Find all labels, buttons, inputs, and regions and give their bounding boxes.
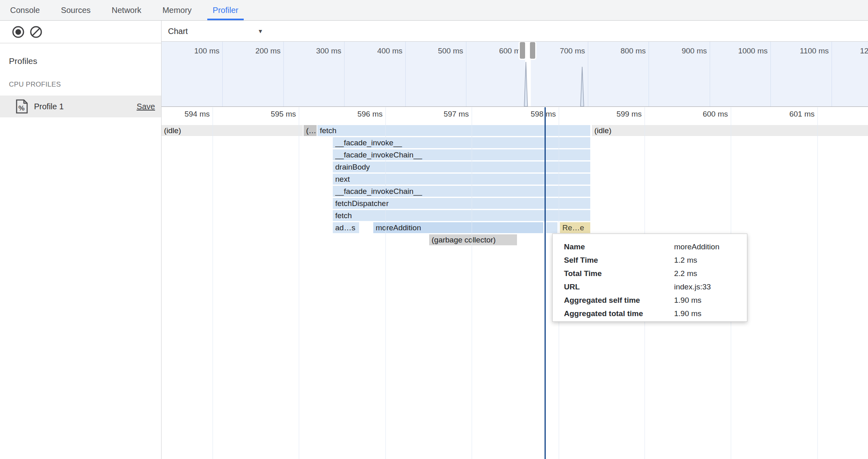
ruler-tick-label: 595 ms: [271, 110, 296, 119]
ruler-tick-label: 596 ms: [357, 110, 383, 119]
ruler-tick-label: 601 ms: [789, 110, 815, 119]
ruler-tick-label: 599 ms: [617, 110, 642, 119]
tooltip-label: Total Time: [564, 269, 674, 278]
chevron-down-icon: ▼: [257, 28, 263, 34]
view-mode-dropdown[interactable]: Chart ▼: [168, 21, 263, 42]
flame-frame[interactable]: __facade_invoke__: [333, 137, 590, 148]
cpu-activity-spikes: [162, 42, 868, 106]
clear-button[interactable]: [27, 23, 45, 41]
tooltip-value: index.js:33: [674, 283, 711, 291]
flame-frame[interactable]: (idle): [162, 125, 303, 136]
selection-handle-left[interactable]: [520, 42, 525, 59]
flame-frame[interactable]: (…: [304, 125, 317, 136]
tooltip-row: URLindex.js:33: [553, 280, 747, 293]
tab-sources[interactable]: Sources: [55, 0, 96, 20]
tooltip-label: Name: [564, 242, 674, 251]
clear-icon: [30, 26, 43, 38]
flame-rows: (idle)(…fetch(idle)__facade_invoke____fa…: [162, 123, 868, 459]
tooltip-row: Self Time1.2 ms: [553, 253, 747, 267]
profiles-heading: Profiles: [9, 56, 161, 66]
ruler-tick-label: 600 ms: [703, 110, 728, 119]
flame-gridline: [472, 107, 472, 459]
tooltip-label: Aggregated self time: [564, 296, 674, 305]
playhead-line: [545, 107, 546, 459]
tab-profiler[interactable]: Profiler: [207, 0, 243, 20]
ruler-tick-label: 597 ms: [444, 110, 469, 119]
tooltip-value: 1.90 ms: [674, 296, 702, 305]
flame-chart: (idle)(…fetch(idle)__facade_invoke____fa…: [162, 107, 868, 459]
tooltip-value: 1.2 ms: [674, 256, 697, 265]
frame-tooltip: NamemoreAdditionSelf Time1.2 msTotal Tim…: [552, 234, 747, 322]
tab-console[interactable]: Console: [5, 0, 45, 20]
flame-frame[interactable]: (idle): [592, 125, 868, 136]
tab-memory[interactable]: Memory: [157, 0, 197, 20]
tooltip-value: moreAddition: [674, 242, 719, 251]
flame-frame[interactable]: moreAddition: [373, 222, 543, 233]
flame-frame[interactable]: fetch: [333, 210, 590, 221]
flame-frame[interactable]: fetch: [317, 125, 590, 136]
selection-handle-right[interactable]: [530, 42, 535, 59]
tooltip-value: 2.2 ms: [674, 269, 697, 278]
tooltip-row: Aggregated total time1.90 ms: [553, 307, 747, 320]
tooltip-label: Self Time: [564, 256, 674, 265]
flame-frame[interactable]: next: [333, 174, 590, 185]
flame-frame[interactable]: fetchDispatcher: [333, 198, 590, 209]
flame-frame[interactable]: __facade_invokeChain__: [333, 186, 590, 197]
tab-network[interactable]: Network: [106, 0, 147, 20]
tooltip-row: Aggregated self time1.90 ms: [553, 293, 747, 307]
flame-frame[interactable]: __facade_invokeChain__: [333, 149, 590, 160]
tab-bar: ConsoleSourcesNetworkMemoryProfiler: [0, 0, 868, 21]
flame-gridline: [385, 107, 386, 459]
flame-frame[interactable]: Re…e: [560, 222, 590, 233]
flame-frame[interactable]: [546, 222, 557, 233]
flame-frame[interactable]: (garbage collector): [429, 234, 517, 245]
save-profile-link[interactable]: Save: [136, 102, 155, 111]
profiler-main-panel: Chart ▼ 100 ms200 ms300 ms400 ms500 ms60…: [162, 21, 868, 459]
record-icon: [12, 26, 25, 38]
profile-list-item[interactable]: % Profile 1 Save: [0, 96, 161, 117]
tooltip-label: Aggregated total time: [564, 309, 674, 318]
ruler-tick-label: 594 ms: [185, 110, 210, 119]
ruler-tick-label: 598 ms: [531, 110, 556, 119]
record-button[interactable]: [9, 23, 27, 41]
sidebar-toolbar: [0, 21, 161, 43]
flame-gridline: [299, 107, 299, 459]
flame-gridline: [213, 107, 213, 459]
flame-gridline: [817, 107, 818, 459]
tooltip-label: URL: [564, 283, 674, 291]
timeline-overview[interactable]: 100 ms200 ms300 ms400 ms500 ms600 ms700 …: [162, 42, 868, 107]
tooltip-row: NamemoreAddition: [553, 240, 747, 253]
svg-text:%: %: [18, 104, 24, 112]
tooltip-row: Total Time2.2 ms: [553, 267, 747, 280]
flame-frame[interactable]: ad…s: [333, 222, 359, 233]
profile-document-icon: %: [15, 99, 28, 114]
profiles-sidebar: Profiles CPU PROFILES % Profile 1 Save: [0, 21, 162, 459]
tooltip-value: 1.90 ms: [674, 309, 702, 318]
cpu-profiles-section-label: CPU PROFILES: [9, 81, 161, 89]
flamechart-toolbar: Chart ▼: [162, 21, 868, 42]
flame-frame[interactable]: drainBody: [333, 162, 590, 172]
view-mode-value: Chart: [168, 27, 188, 36]
profile-name: Profile 1: [34, 102, 136, 111]
